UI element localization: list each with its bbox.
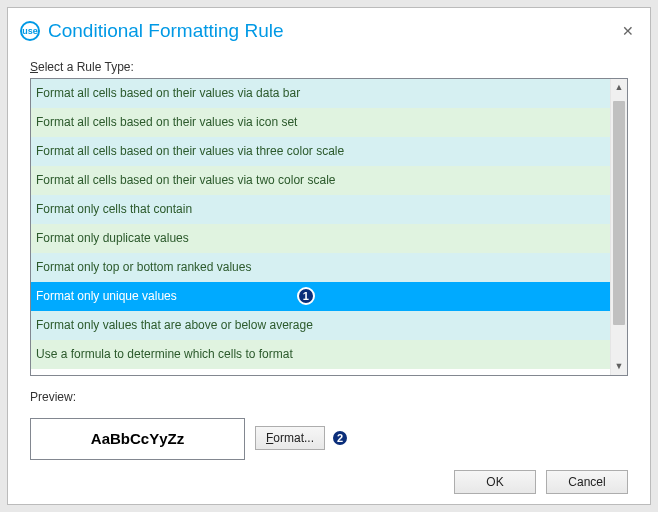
rule-type-text: Format only values that are above or bel… (36, 318, 313, 332)
callout-badge-2: 2 (331, 429, 349, 447)
rule-type-text: Format only top or bottom ranked values (36, 260, 251, 274)
format-accel: F (266, 431, 273, 445)
close-icon[interactable]: ✕ (618, 23, 638, 39)
rule-type-item[interactable]: Format all cells based on their values v… (31, 137, 610, 166)
select-rule-type-label: Select a Rule Type: (30, 60, 628, 74)
ok-button[interactable]: OK (454, 470, 536, 494)
rule-type-list[interactable]: Format all cells based on their values v… (31, 79, 610, 375)
rule-type-text: Format all cells based on their values v… (36, 86, 300, 100)
dialog-content: Select a Rule Type: Format all cells bas… (8, 50, 650, 460)
app-icon: use (20, 21, 40, 41)
scroll-up-icon[interactable]: ▲ (611, 79, 627, 96)
scroll-down-icon[interactable]: ▼ (611, 358, 627, 375)
rule-type-item[interactable]: Format all cells based on their values v… (31, 166, 610, 195)
cancel-button[interactable]: Cancel (546, 470, 628, 494)
dialog-footer: OK Cancel (8, 460, 650, 504)
scroll-thumb[interactable] (613, 101, 625, 325)
rule-type-item[interactable]: Format only unique values1 (31, 282, 610, 311)
select-rule-type-text: elect a Rule Type: (38, 60, 134, 74)
format-button-wrap: Format... 2 (255, 426, 349, 450)
dialog-title: Conditional Formatting Rule (48, 20, 618, 42)
rule-type-item[interactable]: Format only duplicate values (31, 224, 610, 253)
rule-type-text: Format only duplicate values (36, 231, 189, 245)
title-bar: use Conditional Formatting Rule ✕ (8, 8, 650, 50)
preview-row: AaBbCcYyZz Format... 2 (30, 418, 628, 460)
rule-type-text: Format all cells based on their values v… (36, 144, 344, 158)
rule-type-text: Format all cells based on their values v… (36, 115, 297, 129)
rule-type-text: Format only unique values (36, 289, 177, 303)
rule-type-item[interactable]: Format only values that are above or bel… (31, 311, 610, 340)
rule-type-list-container: Format all cells based on their values v… (30, 78, 628, 376)
scrollbar[interactable]: ▲ ▼ (610, 79, 627, 375)
preview-box: AaBbCcYyZz (30, 418, 245, 460)
rule-type-item[interactable]: Format only top or bottom ranked values (31, 253, 610, 282)
rule-type-item[interactable]: Format only cells that contain (31, 195, 610, 224)
callout-badge-1: 1 (297, 287, 315, 305)
format-button[interactable]: Format... (255, 426, 325, 450)
select-rule-type-accel: S (30, 60, 38, 74)
rule-type-text: Format only cells that contain (36, 202, 192, 216)
preview-label: Preview: (30, 390, 628, 404)
dialog: use Conditional Formatting Rule ✕ Select… (7, 7, 651, 505)
rule-type-item[interactable]: Format all cells based on their values v… (31, 79, 610, 108)
rule-type-item[interactable]: Format all cells based on their values v… (31, 108, 610, 137)
rule-type-item[interactable]: Use a formula to determine which cells t… (31, 340, 610, 369)
rule-type-text: Use a formula to determine which cells t… (36, 347, 293, 361)
format-rest: ormat... (273, 431, 314, 445)
rule-type-text: Format all cells based on their values v… (36, 173, 335, 187)
